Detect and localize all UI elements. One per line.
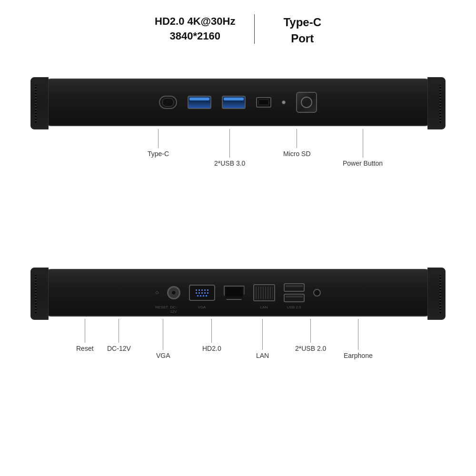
top-device [43, 74, 433, 131]
bottom-device: RESET DC-12V VGA LAN USB 2.0 [43, 267, 433, 324]
vga-pin [203, 295, 204, 297]
top-device-section: Type-C 2*USB 3.0 Micro SD Power Button [24, 74, 452, 131]
vga-pin [207, 289, 208, 291]
header-left-text: HD2.0 4K@30Hz 3840*2160 [155, 14, 235, 44]
microsd-line [297, 129, 297, 148]
vga-pin [206, 295, 207, 297]
lan-v-line [262, 319, 263, 350]
sublabel-vga-dev: VGA [189, 305, 215, 314]
usb3-label: 2*USB 3.0 [214, 159, 245, 167]
port-usb2-stack [284, 283, 305, 302]
port-vga [189, 285, 215, 301]
port-lan [253, 284, 275, 301]
ports-row-top [130, 92, 346, 113]
port-usb2-bottom [284, 294, 305, 302]
power-line [363, 129, 363, 158]
lan-label: LAN [256, 352, 269, 359]
port-microsd [256, 97, 271, 108]
fin-left-top [30, 77, 49, 129]
vga-pin [196, 289, 197, 291]
annotation-vga: VGA [156, 319, 170, 359]
port-usb3-2 [222, 96, 246, 109]
vga-pin [197, 295, 198, 297]
header-typec-line1: Type-C [283, 14, 321, 30]
vga-pin [196, 292, 197, 294]
annotation-reset: Reset [76, 319, 94, 352]
vga-pin [200, 295, 201, 297]
annotation-dc: DC-12V [107, 319, 131, 352]
sublabel-dc-dev: DC-12V [167, 305, 180, 314]
ports-row-bottom [132, 283, 345, 302]
port-typec-top [159, 96, 177, 109]
earphone-v-line [358, 319, 358, 350]
annotation-typec: Type-C [148, 129, 169, 158]
fin-right-top [427, 77, 446, 129]
reset-label: Reset [76, 345, 94, 352]
header-hd-line1: HD2.0 4K@30Hz [155, 14, 235, 29]
annotation-lan: LAN [256, 319, 269, 359]
microsd-label: Micro SD [283, 150, 311, 158]
port-reset [156, 291, 159, 294]
header-right: Type-C Port [255, 14, 359, 46]
usb2-label: 2*USB 2.0 [295, 345, 326, 352]
bottom-device-section: RESET DC-12V VGA LAN USB 2.0 Reset DC-12… [24, 267, 452, 324]
port-usb3-1 [188, 96, 211, 109]
hd2-v-line [211, 319, 212, 343]
header-typec-line2: Port [283, 30, 321, 47]
usb2-v-line [310, 319, 311, 343]
dc-label: DC-12V [107, 345, 131, 352]
header-hd-line2: 3840*2160 [155, 29, 235, 44]
typec-line [158, 129, 159, 148]
vga-pins-row2 [196, 292, 208, 294]
annotation-microsd: Micro SD [283, 129, 311, 158]
usb3-line [229, 129, 230, 158]
sublabel-earphone-dev [313, 305, 321, 314]
annotation-earphone: Earphone [344, 319, 373, 359]
reset-v-line [85, 319, 85, 343]
port-dc [167, 286, 180, 299]
annotation-power: Power Button [343, 129, 383, 167]
header-right-text: Type-C Port [283, 14, 321, 46]
vga-v-line [163, 319, 163, 350]
typec-label: Type-C [148, 150, 169, 158]
port-hdmi [224, 286, 245, 300]
dc-v-line [119, 319, 119, 343]
annotation-hd2: HD2.0 [202, 319, 221, 352]
annotation-usb2: 2*USB 2.0 [295, 319, 326, 352]
hd2-label: HD2.0 [202, 345, 221, 352]
bottom-device-body: RESET DC-12V VGA LAN USB 2.0 [43, 269, 433, 317]
port-power-button [296, 92, 317, 113]
vga-pin [198, 292, 200, 294]
led-indicator [282, 100, 286, 104]
sublabel-usb2-dev: USB 2.0 [284, 305, 305, 314]
port-usb2-top [284, 283, 305, 292]
page-container: HD2.0 4K@30Hz 3840*2160 Type-C Port [0, 0, 476, 476]
vga-pin [204, 292, 206, 294]
sublabel-hdmi-dev [224, 305, 245, 314]
top-device-body [43, 79, 433, 126]
vga-label: VGA [156, 352, 170, 359]
vga-pin [207, 292, 208, 294]
vga-pins-row1 [196, 289, 208, 291]
earphone-label: Earphone [344, 352, 373, 359]
vga-pin [198, 289, 200, 291]
sublabel-lan-dev: LAN [253, 305, 275, 314]
header-left: HD2.0 4K@30Hz 3840*2160 [117, 14, 255, 44]
vga-pin [201, 292, 203, 294]
vga-pin [204, 289, 206, 291]
power-label: Power Button [343, 159, 383, 167]
vga-pins-row3 [197, 295, 207, 297]
sublabel-reset-dev: RESET [156, 305, 159, 314]
port-earphone [313, 289, 321, 297]
header-labels: HD2.0 4K@30Hz 3840*2160 Type-C Port [0, 0, 476, 46]
vga-pin [201, 289, 203, 291]
annotation-usb3: 2*USB 3.0 [214, 129, 245, 167]
